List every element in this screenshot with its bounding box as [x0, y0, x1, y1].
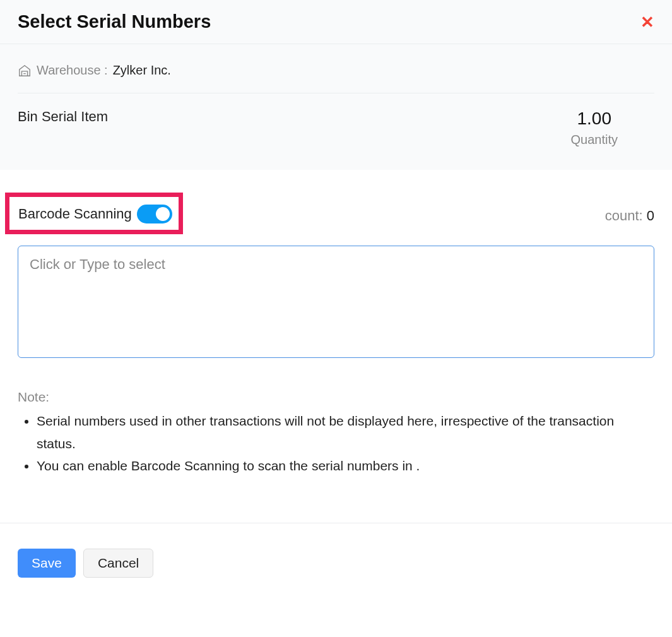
- item-row: Bin Serial Item 1.00 Quantity: [0, 93, 672, 170]
- footer-section: Save Cancel: [0, 523, 672, 603]
- warehouse-icon: [18, 64, 32, 78]
- save-button[interactable]: Save: [18, 549, 76, 578]
- count-label: count:: [605, 208, 643, 223]
- count-display: count: 0: [605, 208, 654, 224]
- barcode-scanning-label: Barcode Scanning: [18, 206, 132, 222]
- note-list: Serial numbers used in other transaction…: [18, 410, 654, 477]
- note-heading: Note:: [18, 390, 654, 405]
- cancel-button[interactable]: Cancel: [83, 549, 153, 578]
- count-value: 0: [647, 208, 654, 223]
- quantity-label: Quantity: [571, 133, 618, 147]
- item-name: Bin Serial Item: [18, 109, 108, 125]
- barcode-scanning-control: Barcode Scanning: [5, 193, 183, 234]
- serial-number-select-area[interactable]: Click or Type to select: [18, 246, 654, 358]
- close-icon: ✕: [640, 13, 654, 32]
- select-placeholder: Click or Type to select: [30, 256, 165, 272]
- header-section: Select Serial Numbers ✕ Warehouse : Zylk…: [0, 0, 672, 170]
- title-bar: Select Serial Numbers ✕: [0, 0, 672, 44]
- main-section: Barcode Scanning count: 0 Click or Type …: [0, 170, 672, 490]
- note-item: Serial numbers used in other transaction…: [37, 410, 654, 455]
- barcode-scanning-toggle[interactable]: [137, 205, 172, 223]
- quantity-value: 1.00: [571, 109, 618, 129]
- note-item: You can enable Barcode Scanning to scan …: [37, 455, 654, 477]
- warehouse-row: Warehouse : Zylker Inc.: [0, 44, 672, 84]
- toggle-knob: [156, 207, 170, 221]
- dialog-title: Select Serial Numbers: [18, 11, 211, 32]
- note-section: Note: Serial numbers used in other trans…: [18, 390, 654, 477]
- warehouse-label: Warehouse :: [37, 63, 108, 78]
- warehouse-name: Zylker Inc.: [113, 63, 171, 78]
- quantity-block: 1.00 Quantity: [571, 109, 654, 147]
- close-button[interactable]: ✕: [640, 14, 654, 30]
- controls-row: Barcode Scanning count: 0: [18, 195, 654, 237]
